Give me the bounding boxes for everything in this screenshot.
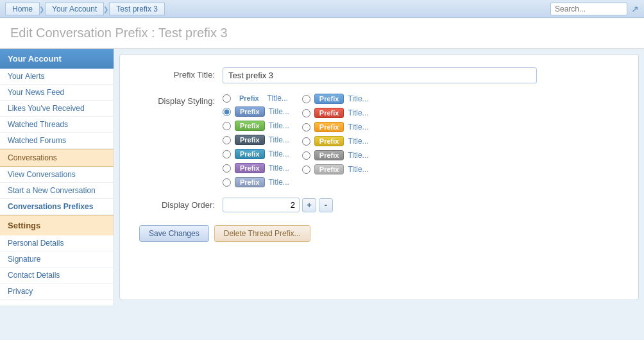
styling-col-right: PrefixTitle...PrefixTitle...PrefixTitle.… — [302, 94, 369, 187]
sidebar-settings-header: Settings — [0, 215, 114, 235]
styling-radio[interactable] — [223, 178, 231, 187]
prefix-badge[interactable]: Prefix — [235, 106, 265, 117]
breadcrumb-account[interactable]: Your Account — [45, 3, 104, 15]
styling-radio[interactable] — [223, 136, 231, 144]
prefix-title-display: Title... — [269, 135, 289, 144]
styling-radio[interactable] — [223, 122, 231, 130]
prefix-badge[interactable]: Prefix — [314, 150, 344, 160]
styling-radio[interactable] — [223, 164, 231, 173]
styling-col-left: PrefixTitle...PrefixTitle...PrefixTitle.… — [223, 94, 289, 187]
prefix-badge[interactable]: Prefix — [314, 122, 344, 132]
prefix-title-display: Title... — [348, 108, 368, 117]
styling-row: PrefixTitle... — [302, 150, 369, 160]
prefix-title-value — [223, 67, 619, 83]
prefix-title-display: Title... — [269, 149, 289, 158]
prefix-badge[interactable]: Prefix — [235, 135, 265, 145]
styling-grid: PrefixTitle...PrefixTitle...PrefixTitle.… — [223, 94, 619, 187]
sidebar-conversations-header: Conversations — [0, 149, 114, 167]
page-title: Edit Conversation Prefix : Test prefix 3 — [10, 26, 634, 40]
prefix-title-display: Title... — [269, 178, 289, 187]
delete-button[interactable]: Delete Thread Prefix... — [214, 225, 310, 242]
styling-row: PrefixTitle... — [223, 135, 289, 145]
page-title-bar: Edit Conversation Prefix : Test prefix 3 — [0, 18, 644, 49]
expand-icon[interactable]: ↗ — [631, 4, 639, 14]
styling-radio[interactable] — [302, 151, 310, 160]
prefix-badge[interactable]: Prefix — [235, 177, 265, 187]
styling-radio[interactable] — [223, 108, 231, 116]
prefix-badge[interactable]: Prefix — [235, 121, 265, 131]
prefix-badge[interactable]: Prefix — [235, 94, 264, 103]
prefix-badge[interactable]: Prefix — [314, 164, 344, 174]
sidebar: Your Account Your Alerts Your News Feed … — [0, 49, 114, 305]
content-area: Prefix Title: Display Styling: PrefixTit… — [119, 54, 639, 300]
styling-radio[interactable] — [302, 109, 310, 117]
sidebar-item-privacy[interactable]: Privacy — [0, 284, 114, 300]
styling-row: PrefixTitle... — [223, 94, 289, 103]
sidebar-item-likes[interactable]: Likes You've Received — [0, 101, 114, 117]
sidebar-item-watched-threads[interactable]: Watched Threads — [0, 117, 114, 133]
styling-row: PrefixTitle... — [302, 108, 369, 118]
display-styling-row: Display Styling: PrefixTitle...PrefixTit… — [139, 94, 619, 187]
styling-row: PrefixTitle... — [302, 122, 369, 132]
styling-radio[interactable] — [302, 95, 310, 103]
order-row: + - — [223, 198, 619, 212]
styling-row: PrefixTitle... — [223, 149, 289, 159]
display-order-input[interactable] — [223, 198, 300, 212]
sidebar-item-contact-details[interactable]: Contact Details — [0, 268, 114, 284]
styling-radio[interactable] — [302, 137, 310, 146]
prefix-title-display: Title... — [348, 151, 368, 160]
sidebar-item-watched-forums[interactable]: Watched Forums — [0, 133, 114, 149]
action-row: Save Changes Delete Thread Prefix... — [139, 225, 619, 242]
breadcrumb: Home Your Account Test prefix 3 — [5, 3, 165, 15]
save-button[interactable]: Save Changes — [139, 225, 209, 242]
breadcrumb-current[interactable]: Test prefix 3 — [109, 3, 165, 15]
main-layout: Your Account Your Alerts Your News Feed … — [0, 49, 644, 305]
top-bar: Home Your Account Test prefix 3 ↗ — [0, 0, 644, 18]
order-increment-button[interactable]: + — [302, 198, 316, 212]
prefix-title-display: Title... — [348, 165, 368, 174]
prefix-title-display: Title... — [269, 121, 289, 130]
prefix-title-display: Title... — [269, 107, 289, 116]
sidebar-item-newsfeed[interactable]: Your News Feed — [0, 85, 114, 101]
sidebar-item-start-conversation[interactable]: Start a New Conversation — [0, 183, 114, 199]
prefix-title-display: Title... — [267, 94, 288, 103]
display-order-label: Display Order: — [139, 198, 223, 210]
search-input[interactable] — [550, 3, 627, 15]
breadcrumb-home[interactable]: Home — [5, 3, 40, 15]
prefix-title-display: Title... — [269, 164, 289, 173]
sidebar-item-alerts[interactable]: Your Alerts — [0, 69, 114, 85]
sidebar-item-view-conversations[interactable]: View Conversations — [0, 167, 114, 183]
prefix-title-row: Prefix Title: — [139, 67, 619, 83]
prefix-badge[interactable]: Prefix — [314, 136, 344, 146]
display-styling-label: Display Styling: — [139, 94, 223, 106]
prefix-badge[interactable]: Prefix — [235, 163, 265, 173]
prefix-badge[interactable]: Prefix — [314, 108, 344, 118]
prefix-title-display: Title... — [348, 137, 368, 146]
styling-radio[interactable] — [223, 94, 231, 103]
styling-radio[interactable] — [302, 166, 310, 174]
prefix-title-input[interactable] — [223, 67, 537, 83]
prefix-title-label: Prefix Title: — [139, 67, 223, 80]
sidebar-item-signature[interactable]: Signature — [0, 251, 114, 268]
styling-radio[interactable] — [302, 123, 310, 132]
styling-row: PrefixTitle... — [302, 164, 369, 174]
display-order-value: + - — [223, 198, 619, 212]
styling-row: PrefixTitle... — [302, 136, 369, 146]
prefix-title-display: Title... — [348, 94, 368, 103]
display-styling-value: PrefixTitle...PrefixTitle...PrefixTitle.… — [223, 94, 619, 187]
order-decrement-button[interactable]: - — [319, 198, 333, 212]
styling-row: PrefixTitle... — [302, 94, 369, 104]
prefix-title-display: Title... — [348, 123, 368, 132]
styling-row: PrefixTitle... — [223, 163, 289, 173]
styling-radio[interactable] — [223, 150, 231, 158]
prefix-badge[interactable]: Prefix — [235, 149, 265, 159]
sidebar-item-conversations-prefixes[interactable]: Conversations Prefixes — [0, 199, 114, 215]
prefix-badge[interactable]: Prefix — [314, 94, 344, 104]
sidebar-item-personal-details[interactable]: Personal Details — [0, 235, 114, 251]
styling-row: PrefixTitle... — [223, 106, 289, 117]
styling-row: PrefixTitle... — [223, 121, 289, 131]
display-order-row: Display Order: + - — [139, 198, 619, 212]
styling-row: PrefixTitle... — [223, 177, 289, 187]
sidebar-account-header: Your Account — [0, 49, 114, 69]
